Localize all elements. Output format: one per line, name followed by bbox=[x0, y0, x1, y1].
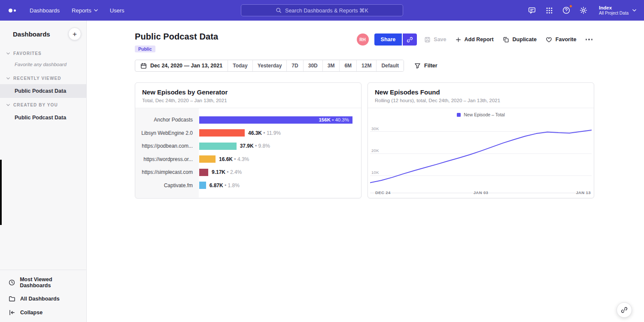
most-viewed-dashboards-button[interactable]: Most Viewed Dashboards bbox=[0, 273, 86, 292]
preset-yesterday[interactable]: Yesterday bbox=[252, 60, 287, 71]
bar-row: Anchor Podcasts156K • 40.3% bbox=[135, 113, 361, 127]
y-axis-tick: 10K bbox=[371, 170, 379, 175]
date-range-label: Dec 24, 2020 — Jan 13, 2021 bbox=[150, 63, 222, 69]
global-search-input[interactable]: Search Dashboards & Reports ⌘K bbox=[241, 4, 403, 16]
sidebar: Dashboards + FAVORITES Favorite any dash… bbox=[0, 21, 87, 322]
date-range-picker[interactable]: Dec 24, 2020 — Jan 13, 2021 bbox=[135, 60, 228, 71]
preset-6m[interactable]: 6M bbox=[339, 60, 356, 71]
settings-gear-icon[interactable] bbox=[579, 6, 588, 15]
section-created-by-you[interactable]: CREATED BY YOU bbox=[0, 98, 86, 111]
notification-badge bbox=[569, 5, 572, 8]
chevron-down-icon bbox=[94, 9, 98, 12]
add-dashboard-button[interactable]: + bbox=[68, 27, 81, 40]
line-series bbox=[370, 130, 592, 183]
duplicate-button[interactable]: Duplicate bbox=[501, 34, 538, 46]
bar-row: https://wordpress.or...16.6K • 4.3% bbox=[135, 153, 361, 166]
bar-segment bbox=[199, 182, 206, 189]
favorite-label: Favorite bbox=[556, 36, 577, 43]
y-axis-tick: 20K bbox=[371, 148, 379, 153]
preset-default[interactable]: Default bbox=[376, 60, 404, 71]
bar-segment bbox=[199, 129, 245, 137]
bar-category-label: https://podbean.com... bbox=[135, 143, 199, 149]
bar-value-label: 46.3K • 11.9% bbox=[248, 130, 281, 136]
bar-value-label: 37.9K • 9.8% bbox=[240, 143, 270, 149]
bar-chart: Anchor Podcasts156K • 40.3%Libsyn WebEng… bbox=[135, 108, 361, 197]
save-button[interactable]: Save bbox=[424, 36, 446, 43]
line-chart-card: New Episodes Found Rolling (12 hours), t… bbox=[368, 82, 594, 198]
collapse-sidebar-button[interactable]: Collapse bbox=[0, 306, 86, 319]
search-icon bbox=[276, 7, 282, 13]
date-controls: Dec 24, 2020 — Jan 13, 2021 TodayYesterd… bbox=[135, 60, 595, 72]
section-favorites[interactable]: FAVORITES bbox=[0, 46, 86, 59]
line-svg bbox=[370, 123, 592, 193]
save-label: Save bbox=[434, 36, 446, 43]
filter-label: Filter bbox=[424, 63, 437, 69]
folder-icon bbox=[9, 295, 15, 302]
clock-icon bbox=[9, 279, 15, 286]
x-axis-tick: DEC 24 bbox=[375, 190, 391, 195]
x-axis-tick: JAN 13 bbox=[576, 190, 591, 195]
calendar-icon bbox=[140, 63, 147, 69]
bar-row: Libsyn WebEngine 2.046.3K • 11.9% bbox=[135, 127, 361, 140]
sidebar-footer: Most Viewed Dashboards All Dashboards Co… bbox=[0, 270, 86, 322]
preset-7d[interactable]: 7D bbox=[286, 60, 303, 71]
avatar: RH bbox=[357, 33, 369, 46]
nav-users[interactable]: Users bbox=[104, 0, 131, 21]
y-axis-tick: 30K bbox=[371, 126, 379, 131]
x-axis: DEC 24 JAN 03 JAN 13 bbox=[370, 190, 592, 195]
more-options-button[interactable] bbox=[584, 36, 595, 43]
heart-icon bbox=[546, 36, 552, 43]
bar-value-label: 16.6K • 4.3% bbox=[219, 156, 249, 162]
main-content: Public Podcast Data Public RH Share bbox=[87, 21, 644, 322]
sidebar-item-public-podcast-data[interactable]: Public Podcast Data bbox=[0, 84, 86, 98]
chart-legend: New Episode – Total bbox=[368, 112, 594, 117]
preset-30d[interactable]: 30D bbox=[303, 60, 322, 71]
app-window: Dashboards Reports Users Search Dashboar… bbox=[0, 0, 644, 322]
preset-3m[interactable]: 3M bbox=[322, 60, 340, 71]
support-chat-icon[interactable] bbox=[528, 6, 536, 15]
chevron-down-icon bbox=[6, 77, 10, 79]
most-viewed-label: Most Viewed Dashboards bbox=[20, 276, 81, 289]
search-placeholder: Search Dashboards & Reports ⌘K bbox=[285, 7, 368, 14]
nav-reports[interactable]: Reports bbox=[66, 0, 104, 21]
all-dashboards-label: All Dashboards bbox=[20, 296, 60, 302]
plus-icon bbox=[456, 37, 461, 43]
bar-row: https://simplecast.com9.17K • 2.4% bbox=[135, 166, 361, 179]
nav-dashboards[interactable]: Dashboards bbox=[24, 0, 66, 21]
dashboard-actions: RH Share Save Ad bbox=[357, 33, 594, 46]
preset-12m[interactable]: 12M bbox=[356, 60, 376, 71]
share-button[interactable]: Share bbox=[374, 33, 402, 46]
help-icon[interactable] bbox=[562, 6, 571, 15]
apps-grid-icon[interactable] bbox=[545, 6, 553, 15]
save-icon bbox=[424, 36, 431, 43]
date-presets: TodayYesterday7D30D3M6M12MDefault bbox=[228, 60, 404, 71]
favorite-button[interactable]: Favorite bbox=[544, 34, 578, 46]
share-link-button[interactable] bbox=[403, 33, 417, 46]
bar-segment bbox=[199, 169, 208, 176]
add-report-button[interactable]: Add Report bbox=[454, 34, 495, 45]
amplitude-logo[interactable] bbox=[9, 9, 16, 12]
chevron-down-icon bbox=[6, 52, 10, 55]
sidebar-title: Dashboards bbox=[13, 30, 50, 38]
line-chart-title: New Episodes Found bbox=[375, 88, 587, 96]
nav-reports-label: Reports bbox=[72, 7, 91, 14]
filter-button[interactable]: Filter bbox=[414, 63, 437, 69]
project-subtitle: All Project Data bbox=[599, 11, 629, 16]
bar-segment bbox=[199, 155, 216, 163]
section-recently-viewed[interactable]: RECENTLY VIEWED bbox=[0, 71, 86, 84]
sidebar-item-public-podcast-data-created[interactable]: Public Podcast Data bbox=[0, 111, 86, 125]
copy-link-fab[interactable] bbox=[617, 302, 632, 318]
favorites-empty-note: Favorite any dashboard bbox=[0, 59, 86, 71]
collapse-label: Collapse bbox=[20, 310, 43, 316]
duplicate-label: Duplicate bbox=[513, 36, 537, 43]
public-badge: Public bbox=[135, 46, 155, 52]
chevron-down-icon bbox=[6, 104, 10, 106]
screen-edge-artifact bbox=[0, 160, 2, 225]
collapse-icon bbox=[9, 309, 15, 316]
all-dashboards-button[interactable]: All Dashboards bbox=[0, 292, 86, 306]
preset-today[interactable]: Today bbox=[228, 60, 252, 71]
project-selector[interactable]: Index All Project Data bbox=[598, 3, 637, 18]
line-chart-subtitle: Rolling (12 hours), total, Dec 24th, 202… bbox=[375, 98, 587, 103]
line-chart: New Episode – Total 30K20K10K DEC 24 JAN… bbox=[368, 108, 594, 197]
bar-value-label: 9.17K • 2.4% bbox=[212, 169, 242, 175]
